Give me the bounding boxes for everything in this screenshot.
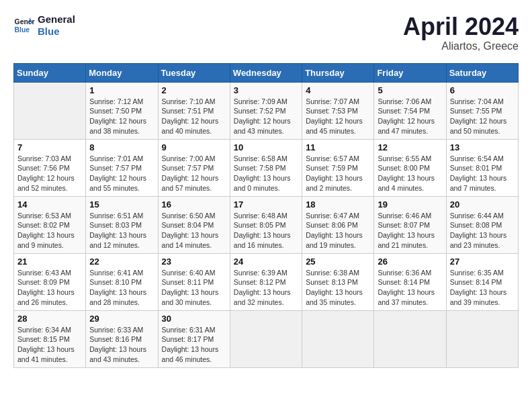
calendar-cell-w1d1: 8Sunrise: 7:01 AMSunset: 7:57 PMDaylight… (86, 139, 158, 196)
month-title: April 2024 (403, 13, 519, 40)
day-info: Sunrise: 6:53 AMSunset: 8:02 PMDaylight:… (17, 211, 82, 250)
weekday-header-friday: Friday (374, 63, 446, 82)
day-info: Sunrise: 6:41 AMSunset: 8:10 PMDaylight:… (89, 268, 154, 308)
day-info: Sunrise: 6:36 AMSunset: 8:14 PMDaylight:… (378, 268, 442, 308)
calendar-cell-w2d6: 20Sunrise: 6:44 AMSunset: 8:08 PMDayligh… (446, 196, 518, 253)
calendar-cell-w0d5: 5Sunrise: 7:06 AMSunset: 7:54 PMDaylight… (374, 82, 446, 139)
day-info: Sunrise: 6:54 AMSunset: 8:01 PMDaylight:… (450, 154, 515, 193)
day-number: 28 (17, 314, 82, 324)
calendar-cell-w4d4 (302, 310, 374, 367)
calendar-cell-w2d5: 19Sunrise: 6:46 AMSunset: 8:07 PMDayligh… (374, 196, 446, 253)
day-info: Sunrise: 6:47 AMSunset: 8:06 PMDaylight:… (306, 211, 370, 250)
calendar-cell-w1d2: 9Sunrise: 7:00 AMSunset: 7:57 PMDaylight… (158, 139, 230, 196)
day-info: Sunrise: 7:09 AMSunset: 7:52 PMDaylight:… (234, 97, 298, 136)
day-info: Sunrise: 6:51 AMSunset: 8:03 PMDaylight:… (89, 211, 154, 250)
calendar-cell-w0d2: 2Sunrise: 7:10 AMSunset: 7:51 PMDaylight… (158, 82, 230, 139)
day-info: Sunrise: 6:46 AMSunset: 8:07 PMDaylight:… (378, 211, 442, 250)
day-number: 16 (162, 199, 226, 210)
day-number: 2 (162, 85, 226, 95)
day-info: Sunrise: 7:00 AMSunset: 7:57 PMDaylight:… (162, 154, 226, 193)
day-number: 6 (450, 85, 515, 95)
day-number: 24 (234, 257, 298, 267)
day-info: Sunrise: 7:06 AMSunset: 7:54 PMDaylight:… (378, 97, 442, 136)
calendar-cell-w1d0: 7Sunrise: 7:03 AMSunset: 7:56 PMDaylight… (14, 139, 86, 196)
calendar-cell-w2d2: 16Sunrise: 6:50 AMSunset: 8:04 PMDayligh… (158, 196, 230, 253)
calendar-cell-w1d5: 12Sunrise: 6:55 AMSunset: 8:00 PMDayligh… (374, 139, 446, 196)
day-number: 11 (306, 142, 370, 152)
day-number: 8 (89, 142, 154, 152)
page-header: General Blue General Blue April 2024 Ali… (13, 13, 519, 52)
day-number: 23 (162, 257, 226, 267)
day-number: 22 (89, 257, 154, 267)
calendar-cell-w4d3 (230, 310, 302, 367)
weekday-header-saturday: Saturday (446, 63, 518, 82)
day-number: 21 (17, 257, 82, 267)
day-info: Sunrise: 7:07 AMSunset: 7:53 PMDaylight:… (306, 97, 370, 136)
logo-blue: Blue (38, 26, 75, 38)
day-number: 29 (89, 314, 154, 324)
day-number: 4 (306, 85, 370, 95)
day-info: Sunrise: 6:31 AMSunset: 8:17 PMDaylight:… (162, 325, 226, 365)
day-number: 13 (450, 142, 515, 152)
day-info: Sunrise: 7:10 AMSunset: 7:51 PMDaylight:… (162, 97, 226, 136)
calendar-cell-w1d3: 10Sunrise: 6:58 AMSunset: 7:58 PMDayligh… (230, 139, 302, 196)
weekday-header-tuesday: Tuesday (158, 63, 230, 82)
day-number: 12 (378, 142, 442, 152)
calendar-cell-w2d3: 17Sunrise: 6:48 AMSunset: 8:05 PMDayligh… (230, 196, 302, 253)
day-number: 19 (378, 199, 442, 210)
day-info: Sunrise: 6:33 AMSunset: 8:16 PMDaylight:… (89, 325, 154, 365)
calendar-cell-w4d0: 28Sunrise: 6:34 AMSunset: 8:15 PMDayligh… (14, 310, 86, 367)
day-info: Sunrise: 6:57 AMSunset: 7:59 PMDaylight:… (306, 154, 370, 193)
calendar-cell-w0d1: 1Sunrise: 7:12 AMSunset: 7:50 PMDaylight… (86, 82, 158, 139)
calendar-cell-w4d5 (374, 310, 446, 367)
calendar-cell-w3d1: 22Sunrise: 6:41 AMSunset: 8:10 PMDayligh… (86, 253, 158, 310)
day-number: 1 (89, 85, 154, 95)
calendar-cell-w0d6: 6Sunrise: 7:04 AMSunset: 7:55 PMDaylight… (446, 82, 518, 139)
day-number: 25 (306, 257, 370, 267)
calendar-cell-w4d2: 30Sunrise: 6:31 AMSunset: 8:17 PMDayligh… (158, 310, 230, 367)
calendar-cell-w3d5: 26Sunrise: 6:36 AMSunset: 8:14 PMDayligh… (374, 253, 446, 310)
weekday-header-sunday: Sunday (14, 63, 86, 82)
day-info: Sunrise: 7:03 AMSunset: 7:56 PMDaylight:… (17, 154, 82, 193)
day-number: 15 (89, 199, 154, 210)
day-info: Sunrise: 6:55 AMSunset: 8:00 PMDaylight:… (378, 154, 442, 193)
day-info: Sunrise: 6:43 AMSunset: 8:09 PMDaylight:… (17, 268, 82, 308)
calendar-cell-w3d0: 21Sunrise: 6:43 AMSunset: 8:09 PMDayligh… (14, 253, 86, 310)
calendar-cell-w2d1: 15Sunrise: 6:51 AMSunset: 8:03 PMDayligh… (86, 196, 158, 253)
svg-text:Blue: Blue (15, 26, 30, 34)
day-number: 27 (450, 257, 515, 267)
day-info: Sunrise: 6:50 AMSunset: 8:04 PMDaylight:… (162, 211, 226, 250)
day-number: 9 (162, 142, 226, 152)
day-info: Sunrise: 6:58 AMSunset: 7:58 PMDaylight:… (234, 154, 298, 193)
day-number: 30 (162, 314, 226, 324)
calendar-cell-w0d3: 3Sunrise: 7:09 AMSunset: 7:52 PMDaylight… (230, 82, 302, 139)
calendar-cell-w3d4: 25Sunrise: 6:38 AMSunset: 8:13 PMDayligh… (302, 253, 374, 310)
day-number: 20 (450, 199, 515, 210)
day-number: 17 (234, 199, 298, 210)
day-info: Sunrise: 7:04 AMSunset: 7:55 PMDaylight:… (450, 97, 515, 136)
day-number: 18 (306, 199, 370, 210)
weekday-header-monday: Monday (86, 63, 158, 82)
calendar-cell-w4d1: 29Sunrise: 6:33 AMSunset: 8:16 PMDayligh… (86, 310, 158, 367)
day-info: Sunrise: 7:01 AMSunset: 7:57 PMDaylight:… (89, 154, 154, 193)
location: Aliartos, Greece (403, 40, 519, 52)
day-number: 3 (234, 85, 298, 95)
calendar-table: SundayMondayTuesdayWednesdayThursdayFrid… (13, 63, 519, 368)
calendar-cell-w2d0: 14Sunrise: 6:53 AMSunset: 8:02 PMDayligh… (14, 196, 86, 253)
day-info: Sunrise: 6:40 AMSunset: 8:11 PMDaylight:… (162, 268, 226, 308)
calendar-cell-w3d3: 24Sunrise: 6:39 AMSunset: 8:12 PMDayligh… (230, 253, 302, 310)
calendar-cell-w2d4: 18Sunrise: 6:47 AMSunset: 8:06 PMDayligh… (302, 196, 374, 253)
calendar-cell-w3d6: 27Sunrise: 6:35 AMSunset: 8:14 PMDayligh… (446, 253, 518, 310)
calendar-cell-w0d0 (14, 82, 86, 139)
day-info: Sunrise: 7:12 AMSunset: 7:50 PMDaylight:… (89, 97, 154, 136)
day-number: 14 (17, 199, 82, 210)
day-info: Sunrise: 6:48 AMSunset: 8:05 PMDaylight:… (234, 211, 298, 250)
day-info: Sunrise: 6:44 AMSunset: 8:08 PMDaylight:… (450, 211, 515, 250)
calendar-cell-w4d6 (446, 310, 518, 367)
logo: General Blue General Blue (13, 13, 75, 38)
calendar-cell-w1d4: 11Sunrise: 6:57 AMSunset: 7:59 PMDayligh… (302, 139, 374, 196)
day-info: Sunrise: 6:39 AMSunset: 8:12 PMDaylight:… (234, 268, 298, 308)
day-number: 10 (234, 142, 298, 152)
day-number: 5 (378, 85, 442, 95)
day-info: Sunrise: 6:35 AMSunset: 8:14 PMDaylight:… (450, 268, 515, 308)
